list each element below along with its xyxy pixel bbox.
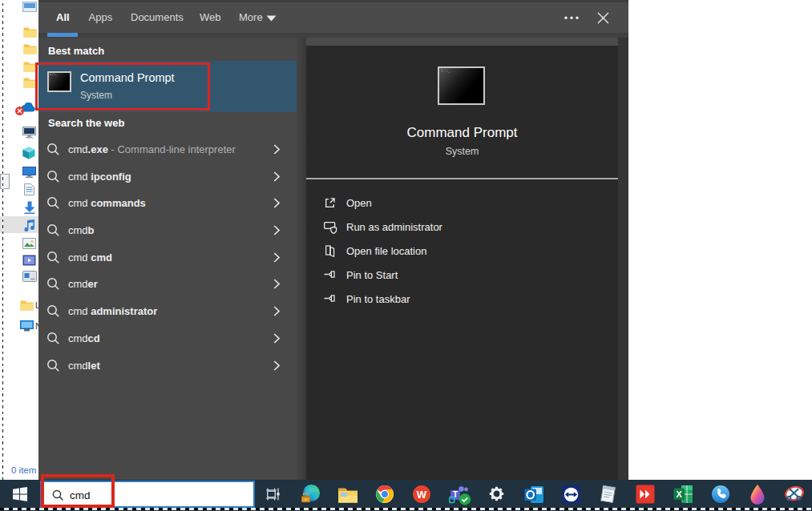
svg-text:W: W [417,489,427,501]
svg-text:X: X [677,489,683,499]
svg-text:T: T [453,490,458,499]
